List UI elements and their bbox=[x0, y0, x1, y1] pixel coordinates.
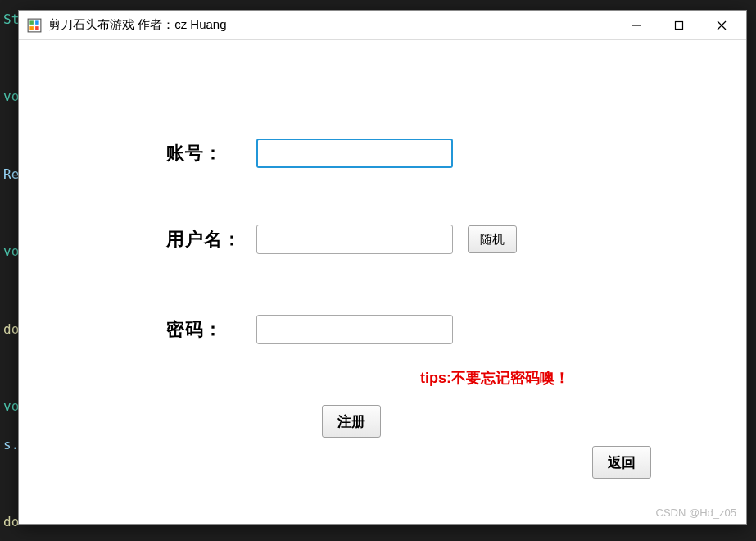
app-window: 剪刀石头布游戏 作者：cz Huang 账号： 用户名： 随机 密码： bbox=[18, 10, 747, 525]
maximize-button[interactable] bbox=[658, 11, 700, 40]
username-label: 用户名： bbox=[166, 227, 256, 252]
username-input[interactable] bbox=[256, 225, 453, 254]
password-row: 密码： bbox=[166, 315, 453, 344]
minimize-button[interactable] bbox=[615, 11, 658, 40]
titlebar: 剪刀石头布游戏 作者：cz Huang bbox=[19, 11, 746, 40]
account-row: 账号： bbox=[166, 139, 453, 168]
window-controls bbox=[615, 11, 743, 40]
svg-rect-1 bbox=[29, 20, 34, 25]
register-button[interactable]: 注册 bbox=[322, 405, 381, 438]
tips-text: tips:不要忘记密码噢！ bbox=[420, 368, 569, 388]
password-input[interactable] bbox=[256, 315, 453, 344]
account-input[interactable] bbox=[256, 139, 453, 168]
app-icon bbox=[27, 18, 42, 33]
random-button[interactable]: 随机 bbox=[468, 225, 517, 253]
close-button[interactable] bbox=[700, 11, 743, 40]
svg-rect-2 bbox=[35, 20, 39, 25]
window-body: 账号： 用户名： 随机 密码： tips:不要忘记密码噢！ 注册 返回 CSDN… bbox=[19, 40, 746, 524]
svg-rect-4 bbox=[35, 26, 39, 30]
window-title: 剪刀石头布游戏 作者：cz Huang bbox=[48, 17, 615, 33]
svg-rect-3 bbox=[29, 26, 34, 30]
password-label: 密码： bbox=[166, 317, 256, 342]
username-row: 用户名： 随机 bbox=[166, 225, 517, 254]
back-button[interactable]: 返回 bbox=[592, 446, 651, 479]
svg-rect-6 bbox=[676, 21, 683, 29]
watermark: CSDN @Hd_z05 bbox=[656, 507, 736, 519]
account-label: 账号： bbox=[166, 141, 256, 166]
